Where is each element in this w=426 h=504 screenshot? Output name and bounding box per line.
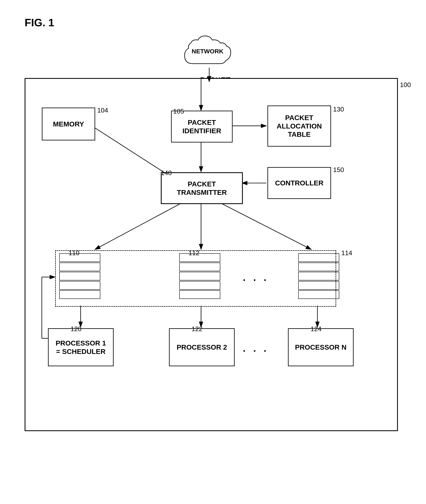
packet-identifier-ref: 105 — [173, 108, 184, 115]
queue2-ref: 112 — [189, 249, 199, 257]
queueN-ref: 114 — [341, 249, 352, 257]
processorN-box: PROCESSOR N — [288, 328, 354, 366]
packet-allocation-table-ref: 130 — [333, 106, 344, 113]
processor1-ref: 120 — [71, 325, 81, 333]
packet-allocation-table-box: PACKETALLOCATIONTABLE — [267, 106, 331, 146]
controller-box: CONTROLLER — [267, 167, 331, 199]
svg-line-6 — [95, 204, 181, 249]
figure-label: FIG. 1 — [25, 16, 54, 29]
queueN — [298, 253, 339, 299]
processor2-ref: 122 — [192, 325, 202, 333]
memory-ref: 104 — [97, 107, 108, 114]
system-ref: 100 — [400, 81, 411, 89]
queue1 — [59, 253, 100, 299]
network-cloud: NETWORK — [176, 33, 238, 73]
processor-dots: . . . — [243, 343, 269, 354]
packet-transmitter-ref: 140 — [161, 169, 172, 177]
packet-identifier-box: PACKETIDENTIFIER — [171, 111, 233, 142]
processor1-box: PROCESSOR 1= SCHEDULER — [48, 328, 114, 366]
memory-box: MEMORY — [42, 108, 95, 140]
packet-transmitter-box: PACKETTRANSMITTER — [161, 172, 243, 204]
queue1-ref: 110 — [69, 249, 79, 257]
main-system-box: MEMORY 104 PACKETIDENTIFIER 105 PACKETAL… — [25, 78, 398, 431]
controller-ref: 150 — [333, 166, 344, 174]
processor2-box: PROCESSOR 2 — [169, 328, 235, 366]
processorN-ref: 124 — [311, 325, 321, 333]
queue2 — [179, 253, 220, 299]
svg-line-8 — [221, 204, 311, 249]
queue-dots: . . . — [243, 272, 269, 283]
svg-text:NETWORK: NETWORK — [192, 48, 224, 55]
